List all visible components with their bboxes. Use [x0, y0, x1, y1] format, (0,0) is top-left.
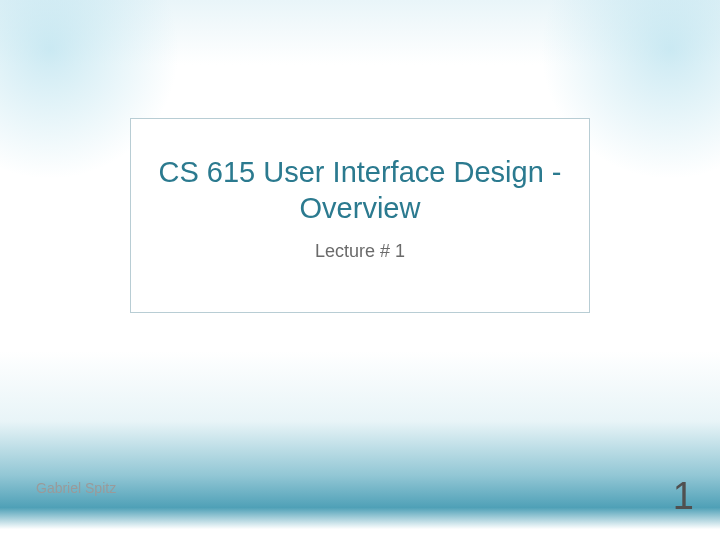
- slide-subtitle: Lecture # 1: [151, 241, 569, 262]
- author-name: Gabriel Spitz: [36, 480, 116, 496]
- title-container: CS 615 User Interface Design - Overview …: [130, 118, 590, 313]
- page-number: 1: [673, 475, 694, 518]
- slide-title: CS 615 User Interface Design - Overview: [151, 154, 569, 227]
